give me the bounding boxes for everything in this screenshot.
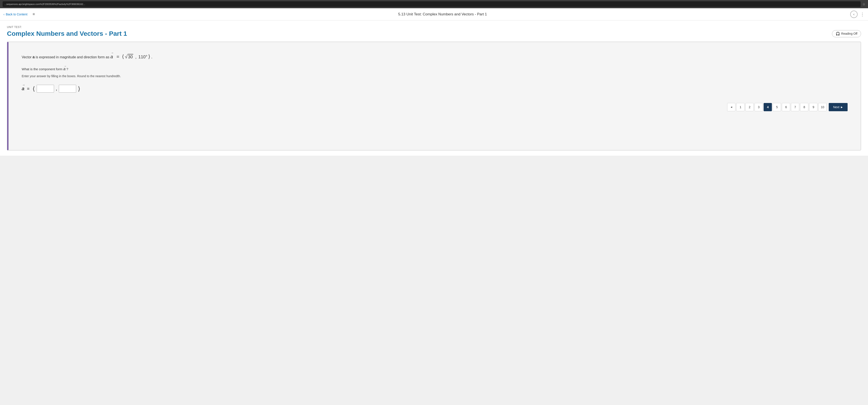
pagination-page-3[interactable]: 3 [754,103,763,111]
vector-intro: Vector [22,55,33,59]
back-to-content-label: Back to Content [6,12,28,16]
pagination-page-7[interactable]: 7 [791,103,799,111]
page-content: UNIT TEST: Complex Numbers and Vectors -… [0,21,868,156]
pagination-page-6[interactable]: 6 [782,103,790,111]
answer-open-bracket: ⟨ [33,85,35,92]
pagination-page-5[interactable]: 5 [773,103,781,111]
question-intro-text: Vector a is expressed in magnitude and d… [22,53,847,61]
component-question-text: What is the component form a → ? [22,67,847,71]
unit-label: UNIT TEST: [7,26,861,29]
nav-back-button[interactable]: ‹ [850,11,858,18]
answer-input-1[interactable] [37,85,54,93]
component-vec-symbol: a → [63,67,65,71]
question-container: Vector a is expressed in magnitude and d… [7,42,861,150]
question-panel: Vector a is expressed in magnitude and d… [8,42,861,150]
angle-bracket-open: ⟨ [122,54,124,59]
pagination-page-10[interactable]: 10 [818,103,827,111]
answer-vec-symbol: a → [22,86,24,92]
header-title: 5.13 Unit Test: Complex Numbers and Vect… [38,12,847,16]
bookmark-icon[interactable]: ☆ [862,2,865,6]
pagination-page-1[interactable]: 1 [736,103,745,111]
page-title-row: Complex Numbers and Vectors - Part 1 🎧 R… [7,30,861,37]
component-question-label: What is the component form [22,67,63,71]
next-button-label: Next ► [833,105,843,109]
answer-equals: = [27,86,30,91]
pagination-page-2[interactable]: 2 [745,103,754,111]
more-options-icon[interactable]: ⋮ [860,12,865,17]
answer-close-bracket: ⟩ [78,85,80,92]
period: . [151,55,153,59]
headphone-icon: 🎧 [836,32,840,36]
angle-value: 110° [138,55,147,59]
reading-btn-label: Reading Off [841,32,857,35]
angle-bracket-close: ⟩ [148,54,150,59]
instruction-text: Enter your answer by filling in the boxe… [22,74,847,78]
app-header: ‹ Back to Content ≡ 5.13 Unit Test: Comp… [0,8,868,21]
menu-icon[interactable]: ≡ [33,12,35,16]
vector-middle-text: is expressed in magnitude and direction … [36,55,110,59]
vector-bold-a: a [33,55,35,59]
page-title: Complex Numbers and Vectors - Part 1 [7,30,127,37]
pagination-row: ◄ 1 2 3 4 5 6 7 8 9 10 Next ► [22,103,847,111]
component-question-mark: ? [66,67,68,71]
pagination-prev-button[interactable]: ◄ [727,103,736,111]
sqrt-expression: √30 [125,55,134,59]
vec-a-symbol: a → [110,54,115,59]
comma-in-vector: , [135,55,137,59]
reading-toggle-button[interactable]: 🎧 Reading Off [832,30,861,37]
answer-row: a → = ⟨ , ⟩ [22,85,847,93]
next-button[interactable]: Next ► [829,103,847,111]
pagination-page-8[interactable]: 8 [800,103,808,111]
back-arrow-icon: ‹ [3,12,5,16]
equals-sign: = [117,54,119,59]
pagination-page-9[interactable]: 9 [809,103,817,111]
answer-comma: , [56,86,57,92]
chevron-left-icon: ‹ [853,12,854,16]
header-right: ‹ ⋮ [850,11,865,18]
back-to-content-link[interactable]: ‹ Back to Content [3,12,27,16]
url-bar: ...sequences.api.brightspace.com%2F20035… [3,1,861,7]
pagination-page-4[interactable]: 4 [764,103,772,111]
browser-bar: ...sequences.api.brightspace.com%2F20035… [0,0,868,8]
answer-input-2[interactable] [59,85,76,93]
